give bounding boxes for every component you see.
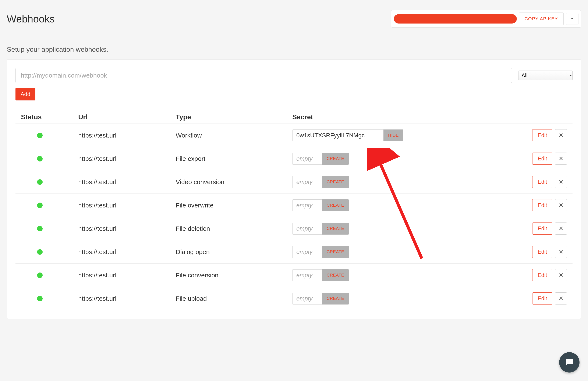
delete-button[interactable]: ✕ <box>555 199 567 211</box>
cell-type: File deletion <box>176 225 292 232</box>
cell-url: https://test.url <box>78 248 176 256</box>
col-header-url: Url <box>78 113 176 121</box>
status-dot-icon <box>37 296 42 301</box>
create-secret-button[interactable]: CREATE <box>322 223 349 235</box>
secret-input[interactable] <box>292 129 383 141</box>
edit-button[interactable]: Edit <box>532 153 552 165</box>
status-dot-icon <box>37 156 42 161</box>
create-secret-button[interactable]: CREATE <box>322 153 349 165</box>
delete-button[interactable]: ✕ <box>555 176 567 188</box>
close-icon: ✕ <box>559 202 563 208</box>
delete-button[interactable]: ✕ <box>555 153 567 165</box>
page-subtitle: Setup your application webhooks. <box>0 38 588 59</box>
table-row: https://test.urlDialog openCREATEEdit✕ <box>16 240 572 264</box>
status-dot-icon <box>37 202 42 208</box>
delete-button[interactable]: ✕ <box>555 292 567 304</box>
secret-input[interactable] <box>292 153 322 165</box>
cell-url: https://test.url <box>78 132 176 139</box>
add-webhook-button[interactable]: Add <box>16 88 35 100</box>
apikey-container: COPY APIKEY <box>391 10 581 28</box>
table-row: https://test.urlVideo conversionCREATEEd… <box>16 170 572 194</box>
edit-button[interactable]: Edit <box>532 176 552 188</box>
apikey-dropdown-toggle[interactable] <box>566 13 578 25</box>
cell-url: https://test.url <box>78 155 176 162</box>
chat-bubble-icon <box>564 357 574 367</box>
cell-type: File upload <box>176 295 292 302</box>
secret-input[interactable] <box>292 223 322 235</box>
col-header-type: Type <box>176 113 292 121</box>
close-icon: ✕ <box>559 295 563 302</box>
create-secret-button[interactable]: CREATE <box>322 269 349 281</box>
cell-type: Dialog open <box>176 248 292 256</box>
status-dot-icon <box>37 273 42 278</box>
cell-url: https://test.url <box>78 295 176 302</box>
secret-input[interactable] <box>292 246 322 258</box>
chevron-down-icon <box>570 16 574 21</box>
close-icon: ✕ <box>559 179 563 185</box>
cell-url: https://test.url <box>78 272 176 279</box>
cell-type: File export <box>176 155 292 162</box>
table-row: https://test.urlFile deletionCREATEEdit✕ <box>16 217 572 240</box>
close-icon: ✕ <box>559 272 563 279</box>
create-secret-button[interactable]: CREATE <box>322 293 349 304</box>
status-dot-icon <box>37 249 42 255</box>
table-row: https://test.urlFile overwriteCREATEEdit… <box>16 194 572 217</box>
close-icon: ✕ <box>559 155 563 162</box>
create-secret-button[interactable]: CREATE <box>322 176 349 188</box>
secret-input[interactable] <box>292 176 322 188</box>
delete-button[interactable]: ✕ <box>555 222 567 235</box>
apikey-masked-pill <box>394 14 517 23</box>
cell-url: https://test.url <box>78 179 176 186</box>
cell-type: File overwrite <box>176 202 292 209</box>
webhooks-panel: All Add Status Url Type Secret https://t… <box>7 59 581 319</box>
webhook-url-input[interactable] <box>16 68 512 83</box>
table-row: https://test.urlFile conversionCREATEEdi… <box>16 264 572 287</box>
cell-type: Video conversion <box>176 179 292 186</box>
webhooks-table: Status Url Type Secret https://test.urlW… <box>16 111 572 310</box>
col-header-status: Status <box>21 113 78 121</box>
delete-button[interactable]: ✕ <box>555 246 567 258</box>
edit-button[interactable]: Edit <box>532 269 552 281</box>
cell-type: File conversion <box>176 272 292 279</box>
cell-url: https://test.url <box>78 225 176 232</box>
close-icon: ✕ <box>559 225 563 232</box>
delete-button[interactable]: ✕ <box>555 129 567 141</box>
table-row: https://test.urlFile exportCREATEEdit✕ <box>16 147 572 170</box>
chat-fab-button[interactable] <box>559 352 580 373</box>
edit-button[interactable]: Edit <box>532 292 552 304</box>
close-icon: ✕ <box>559 249 563 255</box>
page-title: Webhooks <box>7 13 55 25</box>
status-dot-icon <box>37 226 42 231</box>
table-row: https://test.urlWorkflowHIDEEdit✕ <box>16 124 572 147</box>
status-dot-icon <box>37 179 42 185</box>
edit-button[interactable]: Edit <box>532 129 552 141</box>
table-row: https://test.urlFile uploadCREATEEdit✕ <box>16 287 572 310</box>
close-icon: ✕ <box>559 132 563 139</box>
create-secret-button[interactable]: CREATE <box>322 246 349 258</box>
create-secret-button[interactable]: CREATE <box>322 200 349 211</box>
secret-input[interactable] <box>292 269 322 281</box>
cell-url: https://test.url <box>78 202 176 209</box>
col-header-secret: Secret <box>292 113 496 121</box>
webhook-type-select[interactable]: All <box>518 71 572 80</box>
secret-input[interactable] <box>292 293 322 304</box>
secret-input[interactable] <box>292 200 322 211</box>
status-dot-icon <box>37 133 42 138</box>
copy-apikey-button[interactable]: COPY APIKEY <box>519 13 564 25</box>
edit-button[interactable]: Edit <box>532 246 552 258</box>
hide-secret-button[interactable]: HIDE <box>383 129 403 141</box>
delete-button[interactable]: ✕ <box>555 269 567 281</box>
cell-type: Workflow <box>176 132 292 139</box>
table-header-row: Status Url Type Secret <box>16 111 572 124</box>
edit-button[interactable]: Edit <box>532 222 552 235</box>
edit-button[interactable]: Edit <box>532 199 552 211</box>
